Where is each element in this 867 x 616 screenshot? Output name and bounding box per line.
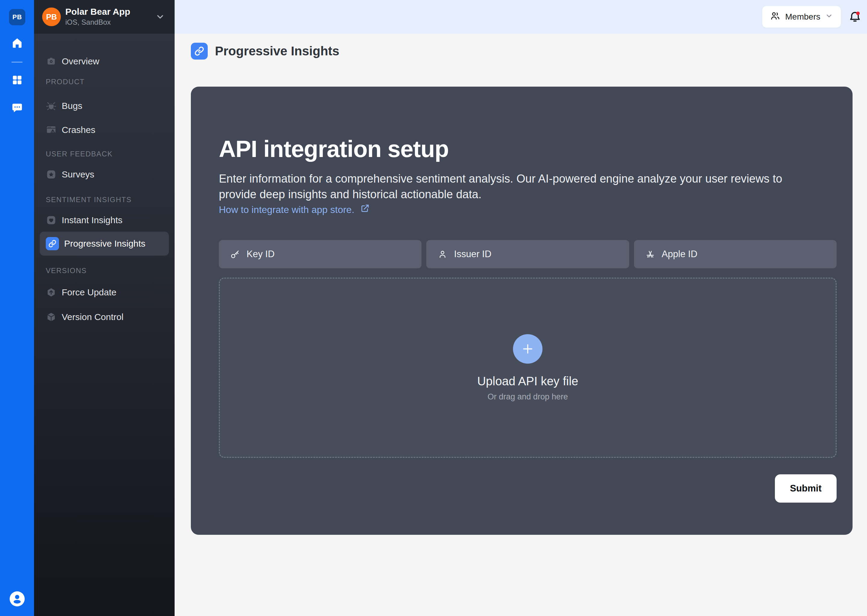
- sidebar-item-instant-insights[interactable]: Instant Insights: [46, 211, 123, 230]
- plus-icon[interactable]: [513, 334, 542, 364]
- app-name: Polar Bear App: [65, 6, 130, 17]
- app-switcher[interactable]: PB Polar Bear App iOS, SandBox: [34, 0, 175, 34]
- sidebar: PB Polar Bear App iOS, SandBox Overview …: [34, 0, 175, 616]
- external-link-icon: [360, 204, 369, 215]
- chat-icon[interactable]: [0, 102, 34, 114]
- workspace-logo[interactable]: PB: [9, 9, 25, 25]
- sidebar-item-force-update[interactable]: Force Update: [46, 283, 117, 302]
- bell-icon[interactable]: [848, 9, 862, 24]
- sidebar-item-label: Overview: [62, 56, 99, 66]
- page-header: Progressive Insights: [191, 43, 339, 60]
- link-text: How to integrate with app store.: [219, 204, 354, 215]
- key-id-field-wrap: [219, 240, 421, 268]
- app-window: PB PB Polar Bear App iOS, SandBox: [0, 0, 867, 616]
- sidebar-item-bugs[interactable]: Bugs: [46, 96, 82, 115]
- sidebar-item-label: Force Update: [62, 287, 117, 297]
- sidebar-item-label: Instant Insights: [62, 215, 123, 225]
- apple-id-field-wrap: [634, 240, 837, 268]
- integration-help-link[interactable]: How to integrate with app store.: [219, 204, 369, 215]
- app-avatar: PB: [42, 8, 61, 26]
- card-title: API integration setup: [219, 135, 449, 163]
- user-avatar-icon[interactable]: [9, 591, 25, 607]
- link-icon: [46, 237, 59, 250]
- bug-icon: [46, 101, 57, 111]
- credential-fields: [219, 240, 837, 268]
- members-icon: [770, 11, 780, 23]
- sidebar-item-label: Progressive Insights: [64, 239, 145, 249]
- hexagon-up-arrow-icon: [46, 287, 57, 298]
- sidebar-item-label: Version Control: [62, 312, 123, 322]
- app-meta: iOS, SandBox: [65, 18, 111, 27]
- sidebar-section-product: PRODUCT: [46, 78, 85, 86]
- sidebar-item-version-control[interactable]: Version Control: [46, 307, 123, 327]
- sidebar-item-surveys[interactable]: Surveys: [46, 165, 94, 184]
- sidebar-section-user-feedback: USER FEEDBACK: [46, 150, 113, 158]
- members-label: Members: [785, 12, 820, 22]
- cube-icon: [46, 312, 57, 322]
- sidebar-section-versions: VERSIONS: [46, 267, 87, 275]
- apple-id-input[interactable]: [634, 240, 837, 268]
- submit-button[interactable]: Submit: [775, 475, 837, 503]
- sidebar-item-crashes[interactable]: Crashes: [46, 120, 95, 140]
- icon-rail: PB: [0, 0, 34, 616]
- link-icon: [191, 43, 208, 60]
- crash-window-icon: [46, 124, 57, 135]
- topbar: Members: [175, 0, 867, 34]
- sidebar-item-overview[interactable]: Overview: [46, 52, 99, 71]
- chevron-down-icon: [155, 12, 165, 23]
- sidebar-item-progressive-insights[interactable]: Progressive Insights: [40, 232, 169, 256]
- upload-title: Upload API key file: [477, 374, 578, 388]
- key-id-input[interactable]: [219, 240, 421, 268]
- rail-divider: [11, 62, 22, 63]
- api-key-dropzone[interactable]: Upload API key file Or drag and drop her…: [219, 278, 837, 458]
- main-area: Members Progressive Insights API integra…: [175, 0, 867, 616]
- issuer-id-input[interactable]: [426, 240, 629, 268]
- sidebar-section-sentiment-insights: SENTIMENT INSIGHTS: [46, 195, 132, 204]
- home-icon[interactable]: [0, 37, 34, 49]
- card-description: Enter information for a comprehensive se…: [219, 171, 800, 202]
- star-square-icon: [46, 169, 57, 180]
- sidebar-item-label: Crashes: [62, 125, 95, 135]
- overview-icon: [46, 56, 57, 67]
- upload-subtitle: Or drag and drop here: [487, 392, 568, 402]
- heart-square-icon: [46, 215, 57, 226]
- sidebar-item-label: Surveys: [62, 169, 94, 179]
- members-button[interactable]: Members: [762, 6, 841, 28]
- chevron-down-icon: [825, 12, 833, 22]
- api-integration-card: API integration setup Enter information …: [191, 86, 853, 535]
- sidebar-item-label: Bugs: [62, 101, 82, 111]
- page-title: Progressive Insights: [215, 44, 339, 58]
- issuer-id-field-wrap: [426, 240, 629, 268]
- grid-icon[interactable]: [0, 75, 34, 85]
